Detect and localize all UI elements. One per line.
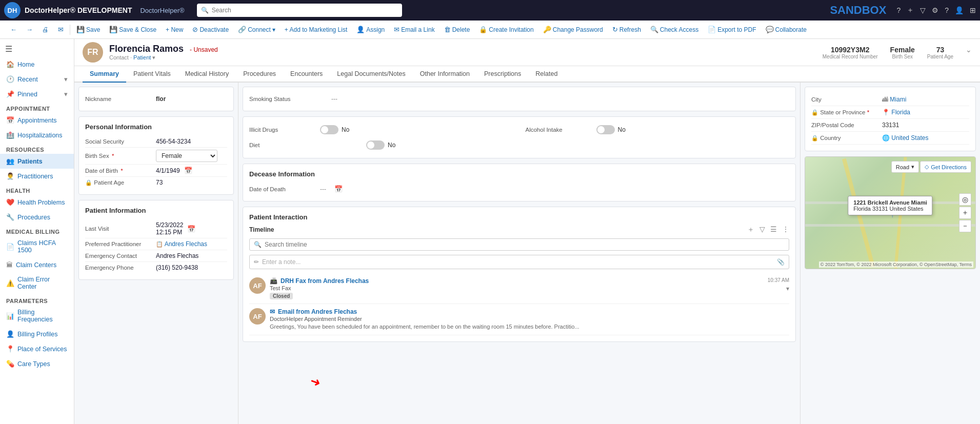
sidebar-item-practitioners[interactable]: 👨‍⚕️ Practitioners bbox=[0, 169, 74, 184]
deactivate-button[interactable]: ⊘ Deactivate bbox=[188, 24, 233, 35]
expand-timeline-icon[interactable]: ▾ bbox=[786, 285, 789, 292]
help-icon[interactable]: ? bbox=[896, 6, 901, 14]
tab-legal-documents[interactable]: Legal Documents/Notes bbox=[330, 66, 412, 83]
print-button[interactable]: 🖨 bbox=[38, 24, 53, 35]
attachment-icon[interactable]: 📎 bbox=[777, 258, 785, 266]
address-card: City 🏙 Miami 🔒 State or Province * bbox=[805, 87, 976, 151]
tab-medical-history[interactable]: Medical History bbox=[178, 66, 236, 83]
app-logo[interactable]: DH bbox=[4, 2, 21, 18]
tab-related[interactable]: Related bbox=[528, 66, 565, 83]
get-directions-button[interactable]: ◇ Get Directions bbox=[920, 161, 971, 173]
left-column: Nickname flor Personal Information Socia… bbox=[74, 83, 238, 424]
sidebar-item-billing-profiles[interactable]: 👤 Billing Profiles bbox=[0, 327, 74, 341]
forward-button[interactable]: → bbox=[22, 24, 37, 35]
sidebar-item-appointments[interactable]: 📅 Appointments bbox=[0, 113, 74, 128]
procedures-icon: 🔧 bbox=[6, 213, 14, 221]
email-button[interactable]: ✉ bbox=[54, 24, 68, 35]
settings-icon[interactable]: ⚙ bbox=[932, 6, 938, 14]
sidebar-item-billing-frequencies[interactable]: 📊 Billing Frequencies bbox=[0, 305, 74, 327]
export-pdf-button[interactable]: 📄 Export to PDF bbox=[704, 24, 760, 35]
check-access-button[interactable]: 🔍 Check Access bbox=[646, 24, 703, 35]
sidebar-item-claim-error[interactable]: ⚠️ Claim Error Center bbox=[0, 272, 74, 294]
assign-button[interactable]: 👤 Assign bbox=[352, 24, 389, 35]
connect-dropdown-icon[interactable]: ▾ bbox=[272, 26, 275, 33]
map-zoom-out-button[interactable]: － bbox=[959, 220, 971, 232]
tab-summary[interactable]: Summary bbox=[83, 66, 126, 83]
save-button[interactable]: 💾 Save bbox=[72, 24, 104, 35]
tab-procedures[interactable]: Procedures bbox=[236, 66, 283, 83]
change-password-button[interactable]: 🔑 Change Password bbox=[539, 24, 607, 35]
alcohol-toggle[interactable] bbox=[596, 125, 615, 134]
preferred-practitioner-value[interactable]: 📋 Andres Flechas bbox=[156, 240, 207, 248]
sidebar-hamburger[interactable]: ☰ bbox=[0, 41, 74, 57]
sidebar-item-claim-centers[interactable]: 🏛 Claim Centers bbox=[0, 257, 74, 272]
export-icon: 📄 bbox=[708, 26, 716, 33]
hospitalizations-icon: 🏥 bbox=[6, 131, 14, 139]
timeline-add-icon[interactable]: ＋ bbox=[747, 225, 754, 234]
search-input[interactable] bbox=[212, 7, 398, 14]
global-search[interactable]: 🔍 bbox=[197, 4, 402, 17]
module-name[interactable]: DoctorHelper® bbox=[140, 7, 184, 14]
sidebar-item-place-services[interactable]: 📍 Place of Services bbox=[0, 341, 74, 356]
tab-encounters[interactable]: Encounters bbox=[283, 66, 330, 83]
sidebar-item-hospitalizations[interactable]: 🏥 Hospitalizations bbox=[0, 128, 74, 143]
timeline-more-icon[interactable]: ⋮ bbox=[782, 225, 789, 234]
tab-prescriptions[interactable]: Prescriptions bbox=[477, 66, 528, 83]
city-value[interactable]: 🏙 Miami bbox=[882, 96, 906, 103]
note-input-area[interactable]: ✏ Enter a note... 📎 bbox=[249, 255, 789, 269]
timeline-search-input[interactable] bbox=[265, 241, 785, 248]
dod-calendar-icon[interactable]: 📅 bbox=[334, 185, 343, 193]
tab-patient-vitals[interactable]: Patient Vitals bbox=[126, 66, 178, 83]
birth-sex-select[interactable]: Female Male Unknown bbox=[156, 150, 217, 162]
country-value[interactable]: 🌐 United States bbox=[882, 134, 928, 142]
state-value[interactable]: 📍 Florida bbox=[882, 109, 910, 116]
required-marker: * bbox=[112, 153, 114, 159]
new-button[interactable]: + New bbox=[162, 24, 187, 35]
calendar-icon[interactable]: 📅 bbox=[184, 167, 192, 174]
filter-icon[interactable]: ▽ bbox=[920, 6, 926, 14]
map-road-selector[interactable]: Road ▾ bbox=[891, 161, 919, 173]
add-icon[interactable]: ＋ bbox=[907, 6, 914, 15]
sidebar-item-patients[interactable]: 👥 Patients bbox=[0, 154, 74, 169]
email-link-button[interactable]: ✉ Email a Link bbox=[390, 24, 438, 35]
expand-icon[interactable]: ⌄ bbox=[966, 46, 972, 59]
illicit-drugs-label: Illicit Drugs bbox=[249, 127, 316, 133]
delete-button[interactable]: 🗑 Delete bbox=[440, 24, 474, 35]
tab-other-information[interactable]: Other Information bbox=[413, 66, 477, 83]
save-close-button[interactable]: 💾 Save & Close bbox=[105, 24, 161, 35]
alcohol-label: Alcohol Intake bbox=[526, 127, 592, 133]
save-icon: 💾 bbox=[76, 26, 85, 33]
last-visit-calendar-icon[interactable]: 📅 bbox=[187, 225, 195, 233]
diet-toggle[interactable] bbox=[366, 140, 385, 150]
map-target-button[interactable]: ◎ bbox=[959, 193, 971, 206]
collaborate-button[interactable]: 💬 Collaborate bbox=[762, 24, 811, 35]
sidebar-item-recent[interactable]: 🕐 Recent ▾ bbox=[0, 72, 74, 87]
nickname-label: Nickname bbox=[85, 96, 152, 102]
refresh-button[interactable]: ↻ Refresh bbox=[608, 24, 645, 35]
sidebar-item-claims-hcfa[interactable]: 📄 Claims HCFA 1500 bbox=[0, 236, 74, 257]
create-invitation-button[interactable]: 🔒 Create Invitation bbox=[475, 24, 537, 35]
patient-interaction-header: Patient Interaction bbox=[249, 213, 789, 221]
help2-icon[interactable]: ? bbox=[945, 6, 949, 14]
map-zoom-in-button[interactable]: ＋ bbox=[959, 207, 971, 219]
toggle-knob2 bbox=[597, 126, 605, 133]
sidebar-item-home[interactable]: 🏠 Home bbox=[0, 57, 74, 72]
sidebar-item-pinned[interactable]: 📌 Pinned ▾ bbox=[0, 87, 74, 102]
sidebar-item-procedures[interactable]: 🔧 Procedures bbox=[0, 210, 74, 225]
patient-age-field-value: 73 bbox=[156, 179, 163, 186]
alcohol-row: Alcohol Intake No bbox=[526, 123, 790, 136]
zip-value: 33131 bbox=[882, 122, 899, 129]
timeline-filter-icon[interactable]: ▽ bbox=[759, 225, 765, 234]
timeline-view-icon[interactable]: ☰ bbox=[770, 225, 777, 234]
sidebar-item-health-problems[interactable]: ❤️ Health Problems bbox=[0, 195, 74, 210]
connect-button[interactable]: 🔗 Connect ▾ bbox=[234, 24, 279, 35]
apps-icon[interactable]: ⊞ bbox=[970, 6, 976, 14]
illicit-drugs-toggle[interactable] bbox=[320, 125, 338, 134]
back-button[interactable]: ← bbox=[6, 24, 21, 35]
add-marketing-button[interactable]: + Add to Marketing List bbox=[281, 24, 351, 35]
diet-label: Diet bbox=[249, 142, 362, 148]
user-icon[interactable]: 👤 bbox=[955, 6, 964, 14]
sidebar-item-care-types[interactable]: 💊 Care Types bbox=[0, 356, 74, 371]
chevron-down-icon: ▾ bbox=[64, 75, 68, 83]
timeline-title-0: 📠 DRH Fax from Andres Flechas bbox=[270, 277, 764, 285]
